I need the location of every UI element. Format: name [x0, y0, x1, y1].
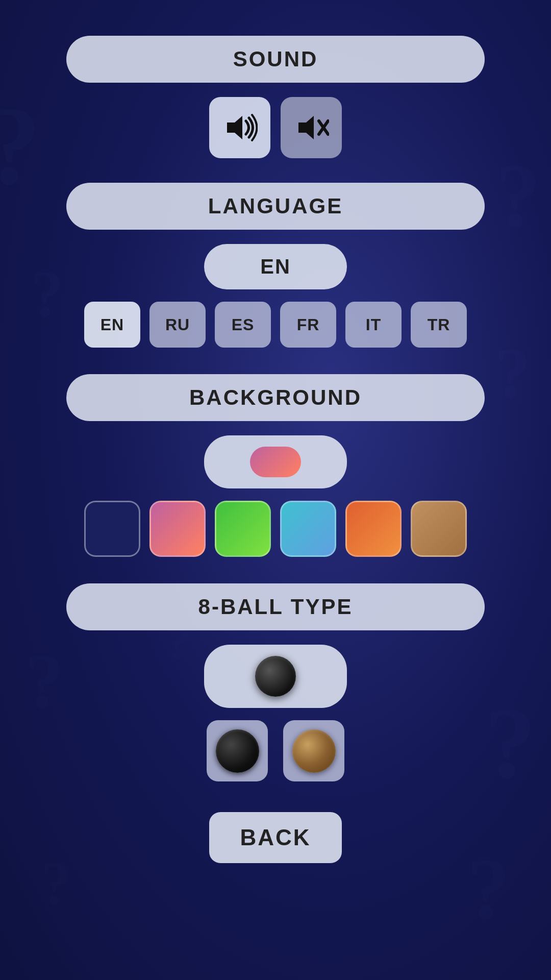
swatch-teal-gradient[interactable]: [280, 501, 336, 557]
ball-options-row: [207, 720, 344, 781]
swatch-orange-gradient[interactable]: [345, 501, 402, 557]
background-label: BACKGROUND: [189, 385, 362, 409]
lang-btn-it[interactable]: IT: [345, 302, 402, 348]
background-section-bar: BACKGROUND: [66, 374, 485, 421]
ball-preview-classic: [255, 656, 296, 697]
lang-btn-es[interactable]: ES: [215, 302, 271, 348]
language-label: LANGUAGE: [208, 194, 343, 218]
sound-on-button[interactable]: [209, 97, 270, 158]
sound-off-icon: [293, 110, 329, 145]
svg-marker-1: [298, 116, 314, 139]
language-options-row: EN RU ES FR IT TR: [84, 302, 467, 348]
ball-option-classic[interactable]: [207, 720, 268, 781]
background-swatches-row: [84, 501, 467, 557]
sound-label: SOUND: [233, 47, 318, 71]
lang-btn-ru[interactable]: RU: [149, 302, 206, 348]
language-section-bar: LANGUAGE: [66, 183, 485, 230]
background-selected-display: [204, 435, 347, 488]
ball-type-selected-display: [204, 645, 347, 708]
background-preview-pink: [250, 447, 301, 477]
settings-content: SOUND LANGUAGE EN EN RU: [66, 0, 485, 863]
lang-btn-en[interactable]: EN: [84, 302, 140, 348]
lang-btn-fr[interactable]: FR: [280, 302, 336, 348]
sound-off-button[interactable]: [281, 97, 342, 158]
swatch-dark-blue[interactable]: [84, 501, 140, 557]
ball-type-label: 8-BALL TYPE: [198, 595, 353, 619]
svg-marker-0: [227, 116, 242, 139]
swatch-brown-gradient[interactable]: [411, 501, 467, 557]
swatch-green-gradient[interactable]: [215, 501, 271, 557]
ball-option-golden[interactable]: [283, 720, 344, 781]
ball-type-section-bar: 8-BALL TYPE: [66, 583, 485, 630]
swatch-pink-gradient[interactable]: [149, 501, 206, 557]
ball-golden-icon: [292, 729, 336, 773]
language-selected-display: EN: [204, 244, 347, 289]
sound-section-bar: SOUND: [66, 36, 485, 83]
sound-on-icon: [222, 110, 258, 145]
sound-row: [209, 97, 342, 158]
back-button[interactable]: BACK: [209, 812, 342, 863]
lang-btn-tr[interactable]: TR: [411, 302, 467, 348]
ball-classic-icon: [216, 729, 259, 773]
language-selected-value: EN: [260, 255, 291, 278]
